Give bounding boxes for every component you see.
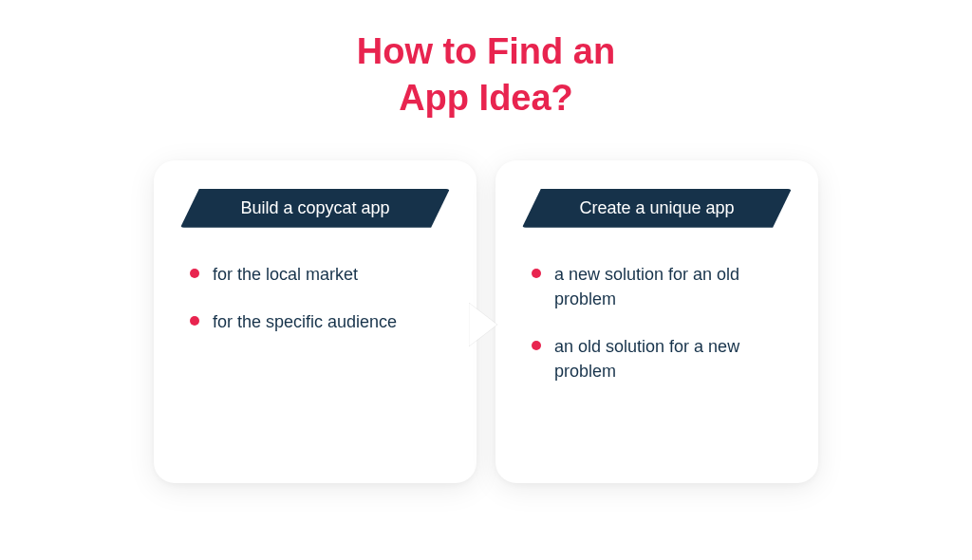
card-copycat: Build a copycat app for the local market… bbox=[154, 160, 477, 483]
list-item: for the specific audience bbox=[190, 309, 450, 334]
page-title: How to Find an App Idea? bbox=[0, 0, 972, 141]
title-line-2: App Idea? bbox=[399, 78, 573, 118]
bullet-text: an old solution for a new problem bbox=[554, 334, 754, 383]
bullet-icon bbox=[532, 269, 541, 278]
bullet-text: for the specific audience bbox=[213, 309, 397, 334]
bullet-text: a new solution for an old problem bbox=[554, 262, 754, 311]
bullet-list-copycat: for the local market for the specific au… bbox=[180, 262, 450, 334]
arrow-right-icon bbox=[469, 303, 503, 346]
bullet-icon bbox=[190, 316, 199, 326]
list-item: for the local market bbox=[190, 262, 450, 287]
card-header-unique: Create a unique app bbox=[522, 189, 792, 228]
cards-container: Build a copycat app for the local market… bbox=[0, 141, 972, 483]
list-item: an old solution for a new problem bbox=[532, 334, 792, 383]
list-item: a new solution for an old problem bbox=[532, 262, 792, 311]
bullet-icon bbox=[190, 269, 199, 278]
title-line-1: How to Find an bbox=[357, 31, 615, 71]
card-header-copycat: Build a copycat app bbox=[180, 189, 450, 228]
bullet-text: for the local market bbox=[213, 262, 358, 287]
bullet-list-unique: a new solution for an old problem an old… bbox=[522, 262, 792, 383]
bullet-icon bbox=[532, 341, 541, 350]
card-unique: Create a unique app a new solution for a… bbox=[495, 160, 818, 483]
